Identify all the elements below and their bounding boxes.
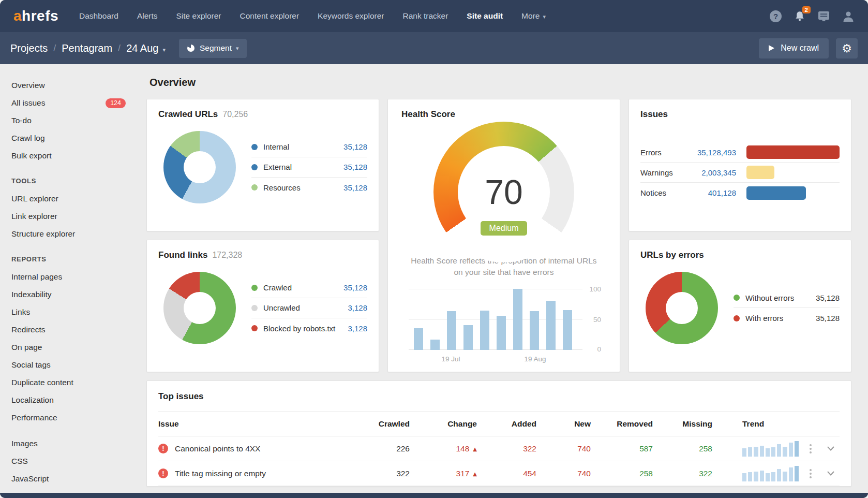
- nav-item-content-explorer[interactable]: Content explorer: [240, 11, 300, 21]
- sidebar: Overview All issues124 To-do Crawl log B…: [0, 64, 138, 493]
- sidebar-item-all-issues[interactable]: All issues124: [11, 94, 126, 112]
- table-header-row: Issue Crawled Change Added New Removed M…: [158, 412, 840, 436]
- cell-new[interactable]: 740: [536, 469, 591, 478]
- issue-count-link[interactable]: 35,128,493: [686, 148, 746, 157]
- nav-item-site-audit[interactable]: Site audit: [467, 11, 503, 21]
- help-button[interactable]: ?: [770, 10, 782, 22]
- row-menu-icon[interactable]: [807, 442, 814, 456]
- cell-new[interactable]: 740: [536, 444, 591, 453]
- crawled-urls-donut-chart: [163, 131, 236, 203]
- crawled-urls-total: 70,256: [222, 110, 248, 119]
- legend-value-link[interactable]: 35,128: [343, 183, 367, 192]
- column-header-change[interactable]: Change: [410, 419, 477, 429]
- nav-item-keywords-explorer[interactable]: Keywords explorer: [318, 11, 384, 21]
- cell-change[interactable]: 148▲: [410, 444, 477, 453]
- bar-0: [742, 448, 746, 457]
- breadcrumb-separator: /: [118, 43, 121, 54]
- bar-6: [777, 444, 781, 457]
- sidebar-item-images[interactable]: Images: [11, 435, 126, 452]
- column-header-crawled[interactable]: Crawled: [353, 419, 410, 429]
- sidebar-item-structure-explorer[interactable]: Structure explorer: [11, 225, 126, 243]
- legend-value-link[interactable]: 35,128: [343, 142, 367, 151]
- nav-item-dashboard[interactable]: Dashboard: [79, 11, 118, 21]
- column-header-missing[interactable]: Missing: [653, 419, 712, 429]
- cell-crawled[interactable]: 226: [353, 444, 410, 453]
- settings-button[interactable]: ⚙: [836, 38, 858, 58]
- sidebar-item-links[interactable]: Links: [11, 303, 126, 321]
- nav-item-site-explorer[interactable]: Site explorer: [176, 11, 221, 21]
- sidebar-item-to-do[interactable]: To-do: [11, 112, 126, 129]
- sidebar-item-label: Images: [11, 439, 38, 448]
- chevron-down-icon[interactable]: [827, 446, 834, 451]
- issue-count-link[interactable]: 401,128: [686, 188, 746, 197]
- row-menu-icon[interactable]: [807, 467, 814, 480]
- user-menu-button[interactable]: [842, 10, 855, 22]
- column-header-added[interactable]: Added: [477, 419, 536, 429]
- x-axis-tick: 19 Jul: [441, 355, 460, 363]
- bar-3: [760, 446, 764, 456]
- sidebar-item-label: Bulk export: [11, 151, 52, 160]
- cell-crawled[interactable]: 322: [353, 469, 410, 478]
- sidebar-item-javascript[interactable]: JavaScript: [11, 470, 126, 488]
- cell-change[interactable]: 317▲: [410, 469, 477, 478]
- nav-item-more[interactable]: More▾: [521, 11, 546, 21]
- overview-cards-grid: Crawled URLs70,256 Internal35,128 Extern…: [146, 99, 851, 372]
- crawl-date-dropdown[interactable]: 24 Aug▾: [126, 42, 166, 54]
- legend-row-with-errors: With errors35,128: [734, 308, 840, 328]
- card-title: Issues: [640, 109, 840, 120]
- sidebar-item-localization[interactable]: Localization: [11, 391, 126, 409]
- issues-row-errors: Errors 35,128,493: [640, 142, 840, 163]
- found-links-donut-chart: [163, 272, 236, 344]
- legend-value-link[interactable]: 3,128: [348, 303, 367, 312]
- sidebar-item-url-explorer[interactable]: URL explorer: [11, 190, 126, 208]
- sidebar-item-overview[interactable]: Overview: [11, 77, 126, 94]
- cell-added[interactable]: 322: [477, 444, 536, 453]
- legend-row-uncrawled: Uncrawled3,128: [251, 298, 367, 318]
- column-header-new[interactable]: New: [536, 419, 591, 429]
- bar-8: [789, 467, 793, 481]
- sidebar-item-internal-pages[interactable]: Internal pages: [11, 268, 126, 286]
- cell-removed[interactable]: 258: [591, 469, 653, 478]
- cell-expand: [822, 471, 840, 476]
- legend-value-link[interactable]: 35,128: [343, 283, 367, 292]
- found-links-total: 172,328: [212, 251, 242, 259]
- column-header-issue[interactable]: Issue: [158, 419, 353, 429]
- legend-value: 35,128: [816, 294, 840, 302]
- legend-value-link[interactable]: 35,128: [343, 163, 367, 171]
- sidebar-item-performance[interactable]: Performance: [11, 409, 126, 427]
- bar-6: [777, 469, 781, 481]
- issues-card: Issues Errors 35,128,493 Warnings 2,003,…: [628, 99, 851, 231]
- sidebar-item-indexability[interactable]: Indexability: [11, 286, 126, 303]
- bar-track: [746, 145, 840, 159]
- sidebar-item-redirects[interactable]: Redirects: [11, 321, 126, 339]
- breadcrumb-project-name[interactable]: Pentagram: [62, 42, 112, 54]
- sidebar-item-duplicate-content[interactable]: Duplicate content: [11, 374, 126, 391]
- legend-label: External: [263, 163, 292, 171]
- cell-removed[interactable]: 587: [591, 444, 653, 453]
- cell-missing[interactable]: 322: [653, 469, 712, 478]
- cell-missing[interactable]: 258: [653, 444, 712, 453]
- card-title: URLs by errors: [640, 250, 840, 260]
- sidebar-item-link-explorer[interactable]: Link explorer: [11, 208, 126, 225]
- feedback-button[interactable]: [818, 11, 830, 22]
- sidebar-item-bulk-export[interactable]: Bulk export: [11, 147, 126, 165]
- cell-added[interactable]: 454: [477, 469, 536, 478]
- nav-item-alerts[interactable]: Alerts: [137, 11, 158, 21]
- sidebar-item-on-page[interactable]: On page: [11, 339, 126, 356]
- chevron-down-icon[interactable]: [827, 471, 834, 476]
- issue-name-link[interactable]: Title tag missing or empty: [175, 469, 266, 478]
- issue-name-link[interactable]: Canonical points to 4XX: [175, 444, 260, 453]
- sidebar-item-css[interactable]: CSS: [11, 452, 126, 470]
- sidebar-item-social-tags[interactable]: Social tags: [11, 356, 126, 374]
- new-crawl-button[interactable]: New crawl: [759, 38, 829, 58]
- sidebar-item-crawl-log[interactable]: Crawl log: [11, 129, 126, 147]
- ahrefs-logo[interactable]: ahrefs: [13, 8, 58, 24]
- issue-count-link[interactable]: 2,003,345: [686, 168, 746, 177]
- column-header-removed[interactable]: Removed: [591, 419, 653, 429]
- legend-value-link[interactable]: 3,128: [348, 324, 367, 333]
- bar-9: [795, 441, 799, 457]
- notifications-button[interactable]: 2: [794, 10, 805, 22]
- segment-dropdown-button[interactable]: Segment ▾: [179, 39, 247, 58]
- nav-item-rank-tracker[interactable]: Rank tracker: [402, 11, 448, 21]
- breadcrumb-projects[interactable]: Projects: [10, 42, 48, 54]
